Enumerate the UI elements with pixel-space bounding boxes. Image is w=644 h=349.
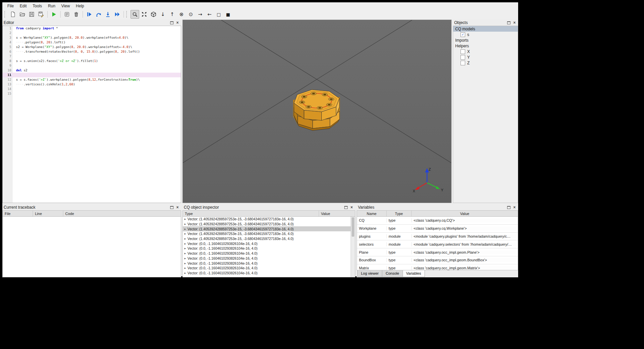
inspector-scrollbar[interactable] — [351, 217, 355, 277]
menu-run[interactable]: Run — [45, 3, 58, 9]
step-button[interactable] — [94, 10, 103, 19]
inspector-row[interactable]: ▸Vector: (1.4053924288597253e-15, -3.680… — [183, 222, 355, 227]
cq-model[interactable] — [293, 90, 340, 131]
checkbox-z[interactable] — [461, 61, 465, 65]
code-line-15[interactable]: 15 — [3, 91, 181, 96]
traceback-col-code[interactable]: Code — [63, 211, 181, 216]
menu-view[interactable]: View — [58, 3, 73, 9]
code-line-2[interactable]: 2 — [3, 31, 181, 35]
variable-row-workplane[interactable]: Workplanetype<class 'cadquery.cq.Workpla… — [357, 225, 518, 233]
inspector-col-type[interactable]: Type — [183, 211, 319, 216]
variable-row-boundbox[interactable]: BoundBoxtype<class 'cadquery.occ_impl.ge… — [357, 256, 518, 264]
code-line-10[interactable]: 10del s2 — [3, 68, 181, 73]
zoom-button[interactable] — [131, 10, 139, 19]
undock-panel-button[interactable] — [169, 205, 174, 210]
code-line-4[interactable]: 4····.polygon(8, 20).loft() — [3, 40, 181, 45]
close-panel-button[interactable]: × — [512, 21, 517, 25]
debug-button[interactable] — [85, 10, 94, 19]
variables-col-type[interactable]: Type — [387, 211, 412, 216]
tab-variables[interactable]: Variables — [403, 270, 425, 277]
menu-tools[interactable]: Tools — [30, 3, 45, 9]
menu-help[interactable]: Help — [73, 3, 87, 9]
new-file-button[interactable] — [9, 10, 17, 19]
expander-icon[interactable]: ▸ — [183, 247, 187, 250]
continue-button[interactable] — [113, 10, 122, 19]
tree-item-z[interactable]: Z — [453, 60, 518, 66]
variables-col-name[interactable]: Name — [357, 211, 387, 216]
shaded-button[interactable]: ■ — [224, 10, 232, 19]
expander-icon[interactable]: ▸ — [183, 222, 187, 226]
expander-icon[interactable]: ▸ — [183, 237, 187, 240]
inspector-row[interactable]: ▸Vector: (0.0, -1.1604610293826104e-16, … — [183, 241, 355, 246]
code-line-5[interactable]: 5s2 = Workplane("XY").polygon(8, 20.0).w… — [3, 45, 181, 49]
expander-icon[interactable]: ▸ — [183, 252, 187, 255]
step-in-button[interactable] — [104, 10, 112, 19]
render-button[interactable] — [63, 10, 71, 19]
checkbox-s[interactable]: ✓ — [461, 32, 465, 37]
checkbox-y[interactable] — [461, 55, 465, 60]
inspector-row[interactable]: ▸Vector: (1.4053924288597253e-15, -3.680… — [183, 226, 355, 231]
checkbox-x[interactable] — [461, 49, 465, 54]
menu-file[interactable]: File — [4, 3, 17, 9]
save-button[interactable] — [27, 10, 36, 19]
tree-item-cq-models[interactable]: CQ models — [453, 26, 518, 32]
tree-item-x[interactable]: X — [453, 49, 518, 54]
code-editor[interactable]: 1from cadquery import *23s = Workplane("… — [2, 26, 181, 203]
expander-icon[interactable]: ▸ — [183, 217, 187, 221]
close-panel-button[interactable]: × — [175, 21, 180, 25]
viewport-3d[interactable]: X Y Z — [182, 20, 452, 203]
tree-item-y[interactable]: Y — [453, 54, 518, 60]
tree-item-helpers[interactable]: Helpers — [453, 43, 518, 49]
inspector-row[interactable]: ▸Vector: (0.0, -1.1604610293826104e-16, … — [183, 261, 355, 266]
open-file-button[interactable] — [18, 10, 27, 19]
variable-row-matrix[interactable]: Matrixtype<class 'cadquery.occ_impl.geom… — [357, 264, 518, 270]
expander-icon[interactable]: ▸ — [183, 257, 187, 260]
expander-icon[interactable]: ▸ — [183, 271, 187, 275]
undock-panel-button[interactable] — [344, 205, 348, 210]
code-line-3[interactable]: 3s = Workplane("XY").polygon(8, 20.0).wo… — [3, 35, 181, 40]
scrollbar-thumb[interactable] — [352, 217, 354, 237]
tab-console[interactable]: Console — [382, 270, 403, 277]
close-panel-button[interactable]: × — [512, 205, 517, 210]
code-line-13[interactable]: 13····.vertices().cskHole(1,2,60) — [3, 82, 181, 87]
expander-icon[interactable]: ▸ — [183, 227, 187, 231]
inspector-row[interactable]: ▸Vector: (0.0, -1.1604610293826104e-16, … — [183, 271, 355, 276]
code-line-1[interactable]: 1from cadquery import * — [3, 26, 181, 31]
close-panel-button[interactable]: × — [175, 205, 180, 210]
view-back-button[interactable]: ⊙ — [186, 10, 195, 19]
expander-icon[interactable]: ▸ — [183, 232, 187, 235]
inspector-col-value[interactable]: Value — [319, 211, 355, 216]
expander-icon[interactable]: ▸ — [183, 242, 187, 245]
wireframe-button[interactable]: □ — [214, 10, 223, 19]
variable-row-plugins[interactable]: pluginsmodule<module 'cadquery.plugins' … — [357, 233, 518, 241]
view-front-button[interactable]: ⊗ — [177, 10, 186, 19]
save-as-button[interactable] — [37, 10, 45, 19]
inspector-row[interactable]: ▸Vector: (0.0, -1.1604610293826104e-16, … — [183, 256, 355, 261]
code-line-8[interactable]: 8s = s.union(s2).faces('>Z or <Z').fille… — [3, 59, 181, 63]
inspector-row[interactable]: ▸Vector: (1.4053924288597253e-15, -3.680… — [183, 236, 355, 241]
code-line-14[interactable]: 14 — [3, 87, 181, 91]
undock-panel-button[interactable] — [506, 21, 511, 25]
inspector-row[interactable]: ▸Vector: (0.0, -1.1604610293826104e-16, … — [183, 266, 355, 271]
expander-icon[interactable]: ▸ — [183, 266, 187, 270]
close-panel-button[interactable]: × — [349, 205, 354, 210]
undock-panel-button[interactable] — [169, 21, 174, 25]
inspector-row[interactable]: ▸Vector: (0.0, -1.1604610293826104e-16, … — [183, 246, 355, 251]
tab-log-viewer[interactable]: Log viewer — [357, 270, 382, 277]
tree-item-s[interactable]: ✓s — [453, 32, 518, 37]
variable-row-cq[interactable]: CQtype<class 'cadquery.cq.CQ'> — [357, 217, 518, 225]
view-left-button[interactable]: → — [196, 10, 204, 19]
code-line-12[interactable]: 12s = s.faces('>Z').workplane().polygon(… — [3, 77, 181, 82]
code-line-9[interactable]: 9 — [3, 63, 181, 68]
view-top-button[interactable]: ↓ — [159, 10, 167, 19]
traceback-col-line[interactable]: Line — [33, 211, 63, 216]
menu-edit[interactable]: Edit — [17, 3, 30, 9]
delete-button[interactable] — [72, 10, 81, 19]
tree-item-imports[interactable]: Imports — [453, 37, 518, 43]
undock-panel-button[interactable] — [506, 205, 511, 210]
variable-row-plane[interactable]: Planetype<class 'cadquery.occ_impl.geom.… — [357, 248, 518, 256]
iso-view-button[interactable] — [149, 10, 158, 19]
code-line-11[interactable]: 11 — [3, 73, 181, 77]
expander-icon[interactable]: ▸ — [183, 262, 187, 265]
code-line-7[interactable]: 7 — [3, 54, 181, 59]
